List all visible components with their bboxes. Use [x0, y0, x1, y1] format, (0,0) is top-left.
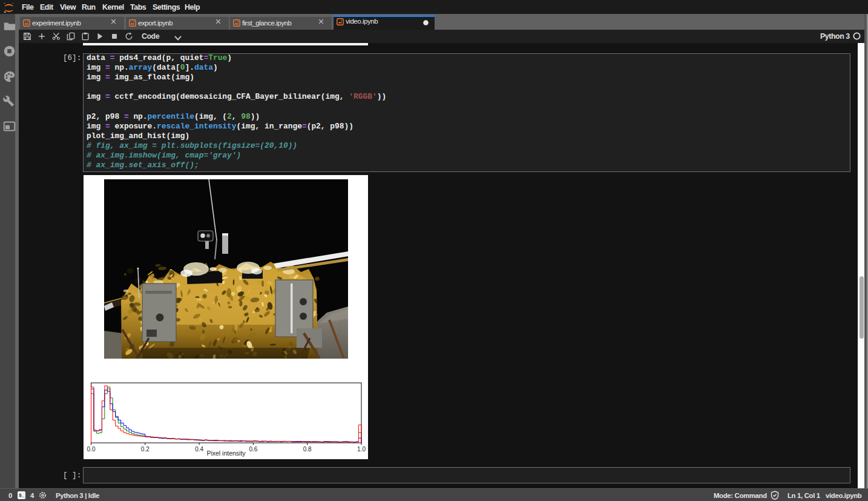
svg-text:0.0: 0.0: [87, 446, 96, 453]
svg-text:0.6: 0.6: [249, 446, 257, 453]
svg-text:Pixel intensity: Pixel intensity: [206, 450, 246, 457]
svg-text:0.8: 0.8: [303, 446, 312, 453]
svg-text:1.0: 1.0: [357, 446, 366, 453]
svg-text:$_: $_: [19, 493, 25, 498]
svg-text:0.2: 0.2: [141, 446, 150, 453]
svg-text:0.4: 0.4: [195, 446, 203, 453]
